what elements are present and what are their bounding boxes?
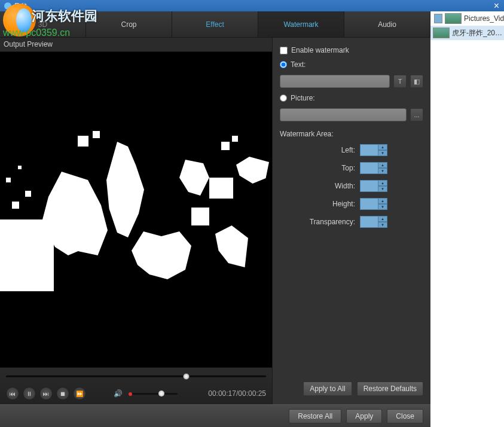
next-button[interactable]: ⏭ [39, 387, 53, 400]
text-input[interactable] [280, 75, 390, 88]
restore-defaults-button[interactable]: Restore Defaults [357, 382, 423, 396]
apply-to-all-button[interactable]: Apply to All [303, 382, 352, 396]
left-label: Left: [301, 146, 355, 154]
titlebar: Edit × [0, 0, 504, 11]
list-item[interactable]: Pictures_Vid… [430, 11, 504, 26]
tab-effect[interactable]: Effect [172, 11, 258, 37]
preview-canvas [0, 52, 272, 367]
stop-button[interactable]: ⏹ [56, 387, 69, 400]
watermark-panel: Enable watermark Text: T ◧ Picture: [272, 38, 430, 404]
picture-radio-label: Picture: [291, 94, 315, 102]
apply-button[interactable]: Apply [346, 409, 382, 423]
area-section-label: Watermark Area: [280, 130, 423, 138]
restore-all-button[interactable]: Restore All [289, 409, 341, 423]
close-icon[interactable]: × [494, 1, 499, 11]
prev-button[interactable]: ⏮ [6, 387, 19, 400]
tab-3d[interactable]: 3D [0, 11, 86, 37]
height-label: Height: [301, 200, 355, 208]
app-icon [4, 2, 12, 10]
left-spinner[interactable]: ▲▼ [360, 144, 387, 156]
tab-watermark[interactable]: Watermark [258, 11, 344, 37]
file-icon [434, 14, 442, 23]
enable-watermark-checkbox[interactable] [280, 47, 288, 54]
tab-audio[interactable]: Audio [344, 11, 430, 37]
file-label: 虎牙-胖炸_20… [452, 28, 502, 38]
time-display: 00:00:17/00:00:25 [208, 389, 266, 398]
file-label: Pictures_Vid… [464, 14, 504, 23]
preview-label: Output Preview [0, 38, 272, 52]
top-label: Top: [301, 164, 355, 172]
dialog-footer: Restore All Apply Close [0, 404, 430, 427]
pause-button[interactable]: ⏸ [23, 387, 36, 400]
thumbnail-icon [445, 13, 462, 24]
picture-input[interactable] [280, 108, 407, 121]
text-radio-label: Text: [291, 60, 306, 69]
volume-slider[interactable] [130, 393, 178, 395]
volume-icon[interactable]: 🔊 [114, 389, 123, 398]
tab-bar: 3D Crop Effect Watermark Audio [0, 11, 430, 38]
text-radio[interactable] [280, 61, 287, 68]
enable-watermark-label: Enable watermark [291, 46, 349, 54]
browse-button[interactable]: ... [410, 108, 423, 121]
font-button[interactable]: T [393, 75, 407, 88]
file-list: Pictures_Vid… 虎牙-胖炸_20… [430, 11, 504, 427]
step-button[interactable]: ⏩ [73, 387, 86, 400]
list-item[interactable]: 虎牙-胖炸_20… [430, 26, 504, 40]
tab-crop[interactable]: Crop [86, 11, 172, 37]
close-button[interactable]: Close [387, 409, 423, 423]
width-label: Width: [301, 182, 355, 190]
height-spinner[interactable]: ▲▼ [360, 198, 387, 210]
color-button[interactable]: ◧ [410, 75, 423, 88]
svg-point-0 [4, 2, 11, 10]
transparency-label: Transparency: [301, 218, 355, 226]
transparency-spinner[interactable]: ▲▼ [360, 216, 387, 228]
width-spinner[interactable]: ▲▼ [360, 180, 387, 192]
thumbnail-icon [433, 28, 450, 38]
window-title: Edit [14, 2, 27, 10]
picture-radio[interactable] [280, 94, 287, 102]
top-spinner[interactable]: ▲▼ [360, 162, 387, 174]
seek-thumb[interactable] [183, 373, 190, 380]
playback-bar: ⏮ ⏸ ⏭ ⏹ ⏩ 🔊 00:00:17/00:00:25 [0, 367, 272, 404]
volume-thumb[interactable] [158, 391, 164, 396]
seek-slider[interactable] [6, 373, 266, 380]
